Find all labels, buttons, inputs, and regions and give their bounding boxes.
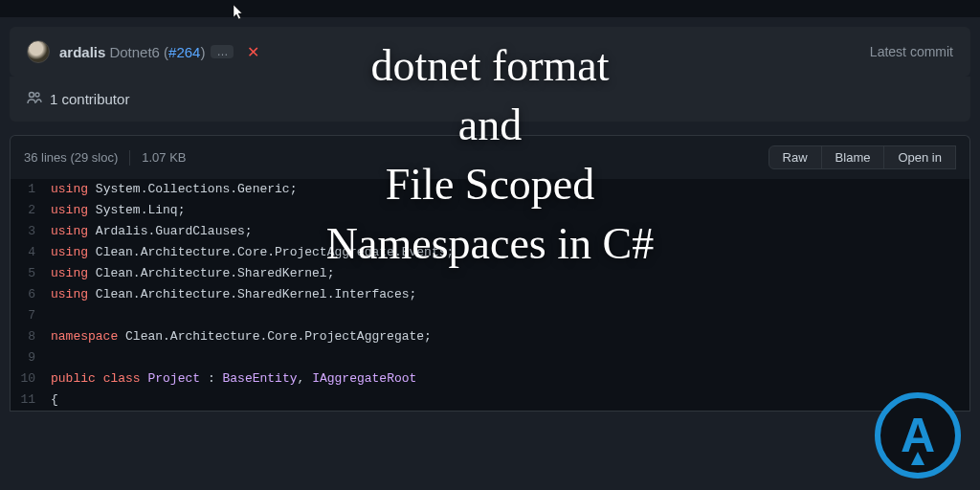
avatar[interactable]	[27, 40, 50, 63]
code-line: 7	[11, 305, 969, 326]
svg-point-1	[35, 93, 39, 97]
file-size: 1.07 KB	[142, 150, 186, 165]
divider	[129, 150, 130, 166]
code-line: 6using Clean.Architecture.SharedKernel.I…	[11, 284, 969, 305]
contributors-count[interactable]: 1 contributor	[50, 91, 129, 107]
contributors-icon	[27, 90, 42, 108]
arrow-up-icon	[911, 452, 924, 465]
code-line: 10public class Project : BaseEntity, IAg…	[11, 368, 969, 390]
pr-link[interactable]: #264	[168, 44, 200, 60]
code-line: 8namespace Clean.Architecture.Core.Proje…	[11, 326, 969, 347]
contributors-bar: 1 contributor	[10, 77, 970, 122]
expand-message-button[interactable]: …	[211, 45, 234, 58]
code-line: 1using System.Collections.Generic;	[11, 179, 969, 200]
line-count: 36 lines (29 sloc)	[24, 150, 118, 165]
blame-button[interactable]: Blame	[821, 145, 885, 169]
latest-commit-label: Latest commit	[870, 44, 953, 59]
author-link[interactable]: ardalis	[59, 44, 105, 60]
code-line: 11{	[11, 390, 969, 411]
code-line: 9	[11, 347, 969, 368]
raw-button[interactable]: Raw	[768, 145, 822, 169]
code-line: 5using Clean.Architecture.SharedKernel;	[11, 263, 969, 284]
commit-bar: ardalis Dotnet6 (#264) … ✕ Latest commit	[10, 27, 970, 77]
top-bar	[0, 0, 980, 17]
code-line: 2using System.Linq;	[11, 200, 969, 221]
commit-message[interactable]: Dotnet6 (#264)	[109, 44, 205, 60]
svg-point-0	[30, 93, 34, 98]
code-line: 4using Clean.Architecture.Core.ProjectAg…	[11, 242, 969, 263]
mouse-cursor	[233, 4, 246, 24]
file-header: 36 lines (29 sloc) 1.07 KB Raw Blame Ope…	[10, 135, 970, 179]
status-failed-icon[interactable]: ✕	[247, 43, 259, 61]
open-in-button[interactable]: Open in	[883, 145, 956, 169]
ardalis-logo: A	[875, 392, 961, 479]
code-block: 1using System.Collections.Generic;2using…	[10, 179, 970, 412]
code-line: 3using Ardalis.GuardClauses;	[11, 221, 969, 242]
file-actions: Raw Blame Open in	[769, 145, 956, 169]
